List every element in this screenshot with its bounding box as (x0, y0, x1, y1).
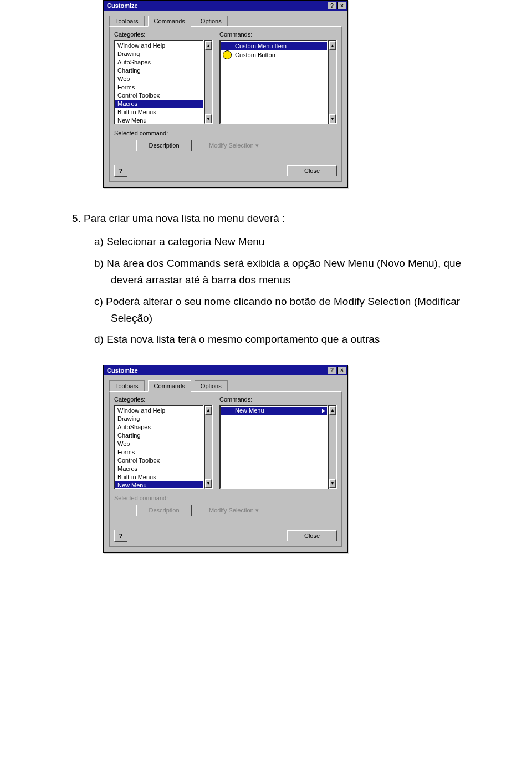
list-item[interactable]: Window and Help (115, 407, 203, 415)
modify-selection-button: Modify Selection ▾ (201, 505, 267, 516)
list-item[interactable]: AutoShapes (115, 423, 203, 431)
scroll-down-icon[interactable]: ▼ (205, 114, 212, 123)
description-button[interactable]: Description (136, 140, 192, 151)
step-5c: c) Poderá alterar o seu nome clicando no… (94, 293, 482, 327)
scrollbar[interactable]: ▲ ▼ (204, 405, 213, 489)
tab-commands[interactable]: Commands (148, 16, 191, 27)
list-item[interactable]: Custom Menu Item (221, 42, 327, 50)
list-item[interactable]: Built-in Menus (115, 473, 203, 481)
blank-icon (223, 407, 232, 415)
chevron-down-icon: ▾ (255, 142, 259, 149)
commands-label: Commands: (219, 31, 337, 38)
context-help-button[interactable]: ? (114, 165, 127, 177)
tab-toolbars[interactable]: Toolbars (109, 16, 145, 27)
commands-list[interactable]: New Menu (219, 405, 328, 489)
tab-toolbars[interactable]: Toolbars (109, 380, 145, 392)
selected-command-label: Selected command: (114, 130, 337, 136)
list-item[interactable]: Control Toolbox (115, 92, 203, 100)
scroll-up-icon[interactable]: ▲ (205, 406, 212, 415)
scrollbar[interactable]: ▲ ▼ (204, 40, 213, 124)
list-item[interactable]: Built-in Menus (115, 108, 203, 116)
list-item[interactable]: Macros (115, 465, 203, 473)
list-item[interactable]: Drawing (115, 415, 203, 423)
modify-selection-button[interactable]: Modify Selection ▾ (201, 140, 267, 151)
scroll-down-icon[interactable]: ▼ (329, 479, 336, 488)
customize-dialog-2: Customize ? × Toolbars Commands Options … (103, 365, 348, 553)
step-5b: b) Na área dos Commands será exibida a o… (94, 255, 482, 289)
close-icon[interactable]: × (337, 367, 346, 374)
tab-strip: Toolbars Commands Options (109, 16, 342, 27)
list-item[interactable]: New Menu (115, 481, 203, 489)
categories-label: Categories: (114, 396, 213, 403)
titlebar[interactable]: Customize ? × (104, 365, 347, 375)
tab-commands[interactable]: Commands (148, 380, 191, 392)
tab-strip: Toolbars Commands Options (109, 380, 342, 392)
scroll-up-icon[interactable]: ▲ (329, 406, 336, 415)
list-item[interactable]: AutoShapes (115, 58, 203, 67)
instruction-text: 5. Para criar uma nova lista no menu dev… (72, 210, 482, 348)
list-item[interactable]: New Menu (115, 116, 203, 124)
list-item[interactable]: Charting (115, 431, 203, 440)
description-button: Description (136, 505, 192, 516)
list-item[interactable]: Web (115, 75, 203, 83)
list-item[interactable]: Forms (115, 83, 203, 92)
step-5a: a) Selecionar a categoria New Menu (94, 233, 482, 250)
submenu-arrow-icon (322, 409, 325, 413)
categories-list[interactable]: Window and HelpDrawingAutoShapesCharting… (114, 40, 204, 124)
scrollbar[interactable]: ▲ ▼ (328, 40, 337, 124)
command-label: New Menu (235, 407, 319, 415)
list-item[interactable]: Charting (115, 67, 203, 75)
list-item[interactable]: Window and Help (115, 42, 203, 50)
list-item[interactable]: Forms (115, 448, 203, 456)
list-item[interactable]: Control Toolbox (115, 456, 203, 465)
help-icon[interactable]: ? (328, 2, 336, 9)
scroll-up-icon[interactable]: ▲ (205, 41, 212, 50)
window-title: Customize (107, 2, 138, 9)
scrollbar[interactable]: ▲ ▼ (328, 405, 337, 489)
help-icon[interactable]: ? (328, 367, 336, 374)
scroll-down-icon[interactable]: ▼ (205, 479, 212, 488)
step-5: 5. Para criar uma nova lista no menu dev… (72, 210, 482, 227)
list-item[interactable]: New Menu (221, 407, 327, 415)
command-label: Custom Menu Item (235, 42, 325, 50)
command-label: Custom Button (235, 51, 325, 59)
categories-label: Categories: (114, 31, 213, 38)
list-item[interactable]: Web (115, 440, 203, 448)
titlebar[interactable]: Customize ? × (104, 1, 347, 11)
scroll-up-icon[interactable]: ▲ (329, 41, 336, 50)
tab-options[interactable]: Options (195, 380, 228, 392)
commands-label: Commands: (219, 396, 337, 403)
scroll-down-icon[interactable]: ▼ (329, 114, 336, 123)
window-title: Customize (107, 367, 138, 374)
step-5d: d) Esta nova lista terá o mesmo comporta… (94, 331, 482, 348)
list-item[interactable]: Macros (115, 100, 203, 108)
close-icon[interactable]: × (337, 2, 346, 9)
list-item[interactable]: Custom Button (221, 50, 327, 59)
customize-dialog-1: Customize ? × Toolbars Commands Options … (103, 0, 348, 188)
commands-list[interactable]: Custom Menu ItemCustom Button (219, 40, 328, 124)
categories-list[interactable]: Window and HelpDrawingAutoShapesCharting… (114, 405, 204, 489)
tab-options[interactable]: Options (195, 16, 228, 27)
selected-command-label: Selected command: (114, 495, 337, 501)
chevron-down-icon: ▾ (255, 507, 259, 514)
close-button[interactable]: Close (287, 165, 337, 176)
blank-icon (223, 42, 232, 50)
close-button[interactable]: Close (287, 530, 337, 541)
context-help-button[interactable]: ? (114, 530, 127, 542)
list-item[interactable]: Drawing (115, 50, 203, 58)
smiley-icon (223, 50, 232, 59)
